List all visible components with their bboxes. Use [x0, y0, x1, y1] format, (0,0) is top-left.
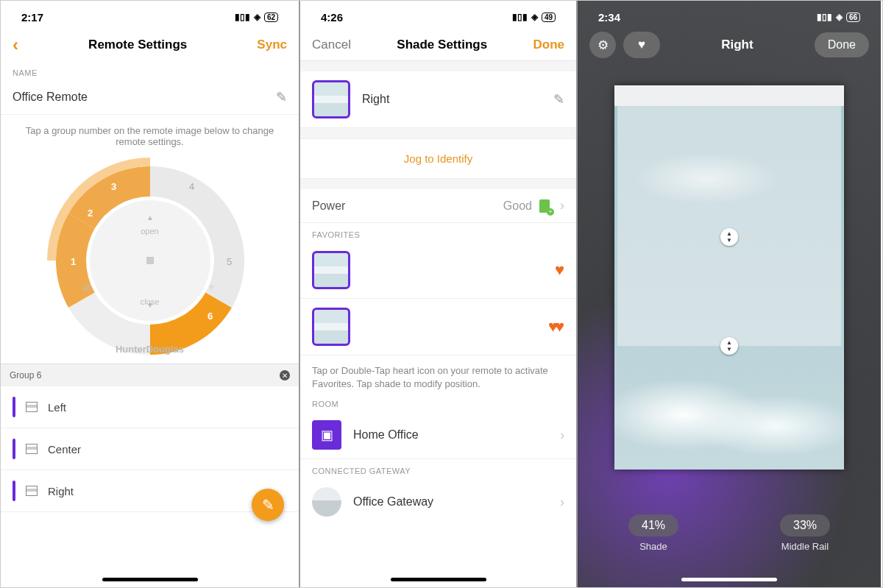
- middle-rail-label: Middle Rail: [780, 541, 830, 552]
- nav-bar: Cancel Shade Settings Done: [300, 29, 576, 61]
- page-title: Shade Settings: [397, 38, 487, 52]
- nav-bar: ‹ Remote Settings Sync: [1, 29, 299, 61]
- shade-thumbnail: [312, 251, 350, 289]
- gateway-icon: [312, 487, 341, 517]
- brand-label: HunterDouglas: [47, 344, 253, 355]
- shade-thumbnail: [312, 308, 350, 346]
- name-section-label: NAME: [1, 61, 299, 80]
- shade-percent-label: Shade: [628, 541, 678, 552]
- chevron-right-icon: ›: [560, 198, 564, 213]
- shade-name: Right: [350, 93, 553, 106]
- position-readouts: 41% Shade 33% Middle Rail: [578, 514, 881, 552]
- svg-text:6: 6: [208, 311, 213, 322]
- shade-preview: ▲▼ ▲▼: [614, 85, 844, 470]
- middle-rail-percent: 33%: [780, 514, 830, 536]
- settings-button[interactable]: ⚙: [589, 32, 616, 58]
- power-label: Power: [312, 199, 503, 213]
- svg-text:3: 3: [111, 181, 116, 192]
- power-value: Good: [503, 199, 532, 213]
- chevron-right-icon: ›: [560, 495, 564, 510]
- favorite-row[interactable]: ♥ ♥: [300, 299, 576, 355]
- remote-name-row[interactable]: Office Remote ✎: [1, 80, 299, 115]
- gateway-value: Office Gateway: [341, 495, 560, 509]
- status-bar: 2:34 ▮▯▮ ◈ 66: [578, 1, 881, 29]
- svg-text:4: 4: [189, 181, 194, 192]
- list-item[interactable]: Center: [1, 428, 299, 470]
- remote-dial: ▲ ▼ 3 4 5 6 1 2 open close all ♥ HunterD…: [47, 157, 253, 364]
- shade-name-row[interactable]: Right ✎: [300, 71, 576, 128]
- room-row[interactable]: ▣ Home Office ›: [300, 411, 576, 459]
- clock: 2:34: [598, 11, 620, 24]
- svg-rect-3: [146, 257, 154, 264]
- status-bar: 4:26 ▮▯▮ ◈ 49: [300, 1, 576, 29]
- page-title: Right: [721, 38, 753, 52]
- status-bar: 2:17 ▮▯▮ ◈ 62: [1, 1, 299, 29]
- room-value: Home Office: [341, 428, 560, 442]
- svg-text:▲: ▲: [146, 213, 154, 222]
- signal-icon: ▮▯▮: [512, 12, 528, 22]
- shade-icon: [26, 402, 38, 412]
- svg-text:1: 1: [71, 256, 76, 267]
- heart-icon[interactable]: ♥: [208, 281, 214, 293]
- shade-icon: [26, 486, 38, 496]
- shade-thumbnail: [312, 80, 350, 118]
- edit-icon[interactable]: ✎: [553, 91, 564, 107]
- battery-icon: 62: [264, 13, 278, 22]
- dial-hint: Tap a group number on the remote image b…: [1, 115, 299, 157]
- sync-button[interactable]: Sync: [257, 38, 287, 52]
- shade-icon: [26, 444, 38, 454]
- close-label[interactable]: close: [47, 297, 253, 306]
- all-label[interactable]: all: [82, 283, 91, 293]
- shade-percent: 41%: [628, 514, 678, 536]
- shade-settings-screen: 4:26 ▮▯▮ ◈ 49 Cancel Shade Settings Done…: [300, 1, 578, 587]
- favorite-button[interactable]: ♥: [623, 32, 660, 58]
- battery-good-icon: [539, 199, 550, 213]
- middle-rail-handle[interactable]: ▲▼: [720, 337, 738, 355]
- shade-handle[interactable]: ▲▼: [720, 228, 738, 246]
- home-indicator: [681, 578, 777, 581]
- favorites-label: FAVORITES: [300, 223, 576, 242]
- close-icon[interactable]: ✕: [280, 370, 290, 380]
- done-button[interactable]: Done: [815, 32, 869, 57]
- nav-bar: ⚙ ♥ Right Done: [578, 29, 881, 61]
- svg-text:2: 2: [88, 208, 93, 219]
- list-item[interactable]: Left: [1, 386, 299, 428]
- wifi-icon: ◈: [531, 12, 538, 22]
- svg-text:5: 5: [227, 256, 232, 267]
- battery-icon: 49: [542, 13, 556, 22]
- open-label[interactable]: open: [47, 227, 253, 235]
- clock: 4:26: [321, 11, 343, 24]
- heart-icon[interactable]: ♥: [555, 317, 564, 336]
- home-indicator: [102, 578, 198, 581]
- signal-icon: ▮▯▮: [235, 12, 250, 22]
- group-header: Group 6 ✕: [1, 364, 299, 386]
- home-indicator: [391, 578, 486, 581]
- edit-fab[interactable]: ✎: [252, 489, 284, 521]
- remote-name-value: Office Remote: [13, 91, 276, 104]
- shade-middle-rail[interactable]: [617, 237, 841, 346]
- gateway-label: CONNECTED GATEWAY: [300, 459, 576, 478]
- battery-icon: 66: [846, 13, 860, 22]
- clock: 2:17: [21, 11, 43, 24]
- remote-settings-screen: 2:17 ▮▯▮ ◈ 62 ‹ Remote Settings Sync NAM…: [1, 1, 300, 587]
- shade-control-screen: 2:34 ▮▯▮ ◈ 66 ⚙ ♥ Right Done ▲▼ ▲▼ 41% S…: [578, 1, 881, 587]
- jog-button[interactable]: Jog to Identify: [300, 138, 576, 179]
- wifi-icon: ◈: [836, 12, 843, 22]
- room-label: ROOM: [300, 400, 576, 411]
- signal-icon: ▮▯▮: [817, 12, 832, 22]
- favorites-hint: Tap or Double-Tap heart icon on your rem…: [300, 355, 576, 400]
- chevron-right-icon: ›: [560, 428, 564, 443]
- cancel-button[interactable]: Cancel: [312, 38, 351, 52]
- power-row[interactable]: Power Good ›: [300, 189, 576, 223]
- edit-icon[interactable]: ✎: [276, 89, 287, 105]
- room-icon: ▣: [312, 420, 341, 450]
- gateway-row[interactable]: Office Gateway ›: [300, 478, 576, 525]
- back-button[interactable]: ‹: [13, 35, 18, 55]
- wifi-icon: ◈: [254, 12, 260, 22]
- done-button[interactable]: Done: [533, 38, 564, 52]
- page-title: Remote Settings: [88, 38, 187, 52]
- heart-icon[interactable]: ♥: [555, 261, 564, 280]
- shade-top-rail[interactable]: [617, 106, 841, 237]
- favorite-row[interactable]: ♥: [300, 242, 576, 299]
